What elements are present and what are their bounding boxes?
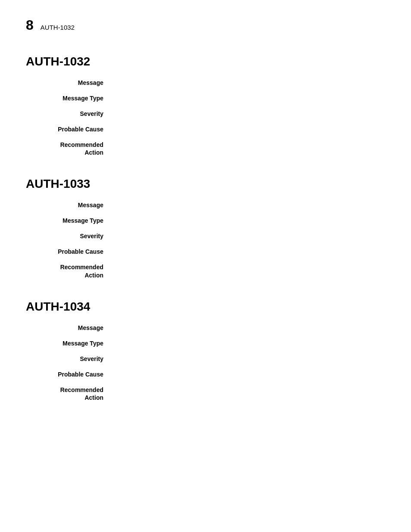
field-row-message-type: Message Type [26,217,385,226]
field-value [112,355,385,364]
field-value [112,110,385,119]
section-auth-1033: AUTH-1033MessageMessage TypeSeverityProb… [26,177,385,279]
field-label: Message Type [26,339,112,349]
page-subtitle: AUTH-1032 [40,24,75,31]
field-row-message: Message [26,79,385,88]
field-label: Probable Cause [26,248,112,257]
field-label: Message Type [26,94,112,104]
field-row-probable-cause: Probable Cause [26,370,385,380]
field-label: Message [26,79,112,88]
field-value [112,324,385,333]
field-value [112,141,385,156]
field-label: Probable Cause [26,370,112,380]
field-row-severity: Severity [26,355,385,364]
field-row-message: Message [26,201,385,211]
field-label: Severity [26,355,112,364]
field-value [112,79,385,88]
field-value [112,248,385,257]
field-row-severity: Severity [26,110,385,119]
field-label: Severity [26,110,112,119]
field-row-probable-cause: Probable Cause [26,248,385,257]
section-auth-1032: AUTH-1032MessageMessage TypeSeverityProb… [26,55,385,156]
field-value [112,232,385,242]
field-row-severity: Severity [26,232,385,242]
field-row-recommended-action: RecommendedAction [26,141,385,156]
field-row-message-type: Message Type [26,94,385,104]
field-value [112,386,385,401]
field-row-probable-cause: Probable Cause [26,125,385,135]
section-title-auth-1034: AUTH-1034 [26,300,385,314]
page-number: 8 [26,17,34,33]
field-label: Message Type [26,217,112,226]
field-row-message: Message [26,324,385,333]
field-label: RecommendedAction [26,386,112,401]
field-label: RecommendedAction [26,141,112,156]
field-value [112,339,385,349]
field-value [112,370,385,380]
page-header: 8 AUTH-1032 [26,17,385,37]
field-value [112,263,385,279]
field-value [112,217,385,226]
section-title-auth-1032: AUTH-1032 [26,55,385,68]
section-auth-1034: AUTH-1034MessageMessage TypeSeverityProb… [26,300,385,401]
field-label: Message [26,324,112,333]
field-row-recommended-action: RecommendedAction [26,263,385,279]
field-value [112,201,385,211]
field-value [112,94,385,104]
field-row-recommended-action: RecommendedAction [26,386,385,401]
field-label: RecommendedAction [26,263,112,279]
section-title-auth-1033: AUTH-1033 [26,177,385,191]
field-label: Probable Cause [26,125,112,135]
field-value [112,125,385,135]
field-label: Severity [26,232,112,242]
field-label: Message [26,201,112,211]
field-row-message-type: Message Type [26,339,385,349]
